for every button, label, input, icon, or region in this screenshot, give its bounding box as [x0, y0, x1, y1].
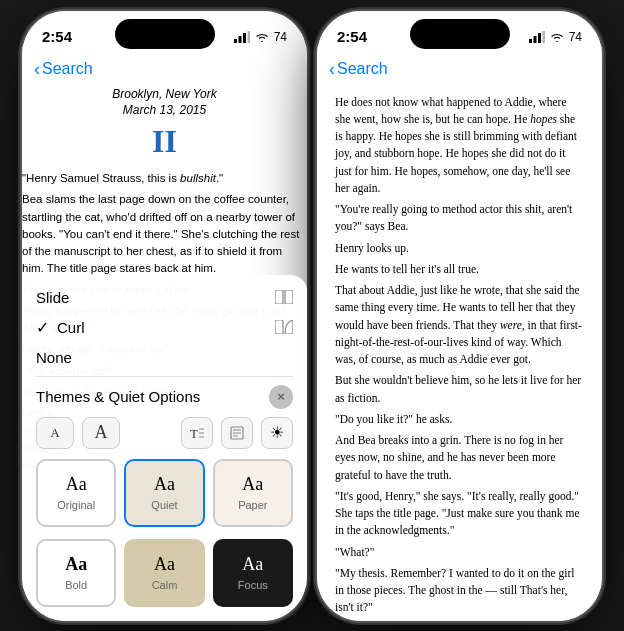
text-style-icon: T [189, 426, 205, 440]
theme-original-label: Original [57, 499, 95, 511]
theme-card-paper[interactable]: Aa Paper [213, 459, 293, 527]
theme-calm-label: Calm [152, 579, 178, 591]
theme-card-focus[interactable]: Aa Focus [213, 539, 293, 607]
right-para-11: "My thesis. Remember? I wanted to do it … [335, 565, 584, 617]
right-para-2: "You're really going to method actor thi… [335, 201, 584, 236]
theme-card-quiet[interactable]: Aa Quiet [124, 459, 204, 527]
right-para-7: "Do you like it?" he asks. [335, 411, 584, 428]
check-icon: ✓ [36, 318, 49, 337]
font-style-button[interactable]: T [181, 417, 213, 449]
right-phone: 2:54 74 ‹ [317, 11, 602, 621]
svg-rect-17 [538, 33, 541, 43]
close-button[interactable]: × [269, 385, 293, 409]
font-a-small: A [50, 425, 59, 441]
right-para-4: He wants to tell her it's all true. [335, 261, 584, 278]
book-location: Brooklyn, New YorkMarch 13, 2015 [22, 86, 307, 120]
slide-icon [275, 290, 293, 304]
svg-rect-2 [243, 33, 246, 43]
wifi-icon [254, 31, 270, 43]
right-para-1: He does not know what happened to Addie,… [335, 94, 584, 198]
font-a-large: A [95, 422, 108, 443]
battery-right: 74 [569, 30, 582, 44]
book-text-right: He does not know what happened to Addie,… [317, 86, 602, 621]
book-para-2: Bea slams the last page down on the coff… [22, 191, 307, 277]
theme-bold-label: Bold [65, 579, 87, 591]
svg-rect-18 [542, 31, 545, 43]
book-content-right: He does not know what happened to Addie,… [317, 86, 602, 621]
svg-rect-0 [234, 39, 237, 43]
theme-cards-row-1: Aa Original Aa Quiet Aa Paper [22, 453, 307, 533]
themes-title: Themes & Quiet Options [36, 388, 200, 405]
signal-icon [234, 31, 250, 43]
slide-label: Slide [36, 289, 275, 306]
theme-paper-label: Paper [238, 499, 267, 511]
curl-icon [275, 320, 293, 334]
svg-text:T: T [190, 426, 198, 440]
brightness-icon: ☀ [270, 423, 284, 442]
scroll-option-none[interactable]: None [36, 343, 293, 372]
theme-calm-aa: Aa [154, 554, 175, 575]
wifi-icon-right [549, 31, 565, 43]
scroll-option-curl[interactable]: ✓ Curl [36, 312, 293, 343]
none-label: None [36, 349, 293, 366]
svg-rect-6 [275, 320, 283, 334]
right-para-5: That about Addie, just like he wrote, th… [335, 282, 584, 368]
nav-bar-left[interactable]: ‹ Search [22, 55, 307, 86]
svg-rect-4 [275, 290, 283, 304]
right-para-6: But she wouldn't believe him, so he lets… [335, 372, 584, 407]
theme-original-aa: Aa [66, 474, 87, 495]
status-icons-left: 74 [234, 30, 287, 44]
theme-card-bold[interactable]: Aa Bold [36, 539, 116, 607]
back-label-left: Search [42, 60, 93, 78]
scroll-option-slide[interactable]: Slide [36, 283, 293, 312]
theme-card-original[interactable]: Aa Original [36, 459, 116, 527]
status-time-left: 2:54 [42, 28, 72, 45]
overlay-panel: Slide ✓ Curl None [22, 275, 307, 621]
back-button-right[interactable]: ‹ Search [329, 59, 388, 80]
svg-rect-15 [529, 39, 532, 43]
scroll-options: Slide ✓ Curl None [22, 275, 307, 376]
dynamic-island-right [410, 19, 510, 49]
status-time-right: 2:54 [337, 28, 367, 45]
status-icons-right: 74 [529, 30, 582, 44]
dynamic-island [115, 19, 215, 49]
right-para-10: "What?" [335, 544, 584, 561]
font-controls: A A T [22, 413, 307, 453]
book-chapter: II [22, 123, 307, 160]
theme-cards-row-2: Aa Bold Aa Calm Aa Focus [22, 533, 307, 613]
back-button-left[interactable]: ‹ Search [34, 59, 93, 80]
right-para-8: And Bea breaks into a grin. There is no … [335, 432, 584, 484]
svg-rect-16 [533, 36, 536, 43]
svg-rect-5 [285, 290, 293, 304]
theme-card-calm[interactable]: Aa Calm [124, 539, 204, 607]
themes-header: Themes & Quiet Options × [22, 377, 307, 413]
font-increase-button[interactable]: A [82, 417, 120, 449]
battery-icon: 74 [274, 30, 287, 44]
nav-bar-right[interactable]: ‹ Search [317, 55, 602, 86]
curl-label: Curl [57, 319, 275, 336]
close-icon: × [277, 389, 285, 404]
svg-rect-1 [238, 36, 241, 43]
font-decrease-button[interactable]: A [36, 417, 74, 449]
right-para-9: "It's good, Henry," she says. "It's real… [335, 488, 584, 540]
theme-focus-label: Focus [238, 579, 268, 591]
book-para-1: "Henry Samuel Strauss, this is bullshit.… [22, 170, 307, 187]
book-header: Brooklyn, New YorkMarch 13, 2015 II [22, 86, 307, 161]
theme-bold-aa: Aa [65, 554, 87, 575]
page-icon [230, 426, 244, 440]
theme-quiet-label: Quiet [151, 499, 177, 511]
svg-rect-3 [247, 31, 250, 43]
back-label-right: Search [337, 60, 388, 78]
brightness-button[interactable]: ☀ [261, 417, 293, 449]
theme-quiet-aa: Aa [154, 474, 175, 495]
page-style-button[interactable] [221, 417, 253, 449]
back-chevron-icon-right: ‹ [329, 59, 335, 80]
right-para-3: Henry looks up. [335, 240, 584, 257]
left-phone: 2:54 74 ‹ [22, 11, 307, 621]
back-chevron-icon: ‹ [34, 59, 40, 80]
signal-icon-right [529, 31, 545, 43]
theme-paper-aa: Aa [242, 474, 263, 495]
theme-focus-aa: Aa [242, 554, 263, 575]
